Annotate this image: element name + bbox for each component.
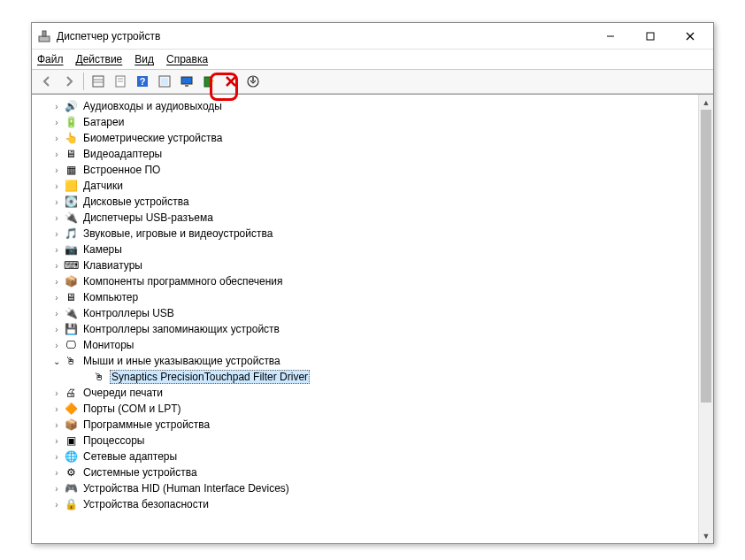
tree-node[interactable]: ›⌨Клавиатуры [32,257,698,273]
expand-icon[interactable]: › [50,402,64,416]
tree-node-label: Встроенное ПО [81,164,162,176]
device-tree[interactable]: ›🔊Аудиовходы и аудиовыходы›🔋Батареи›👆Био… [32,95,698,543]
tree-node-label: Диспетчеры USB-разъема [81,211,215,224]
expand-icon[interactable]: › [50,386,64,400]
tree-node[interactable]: ›⚙Системные устройства [32,464,698,480]
menu-action[interactable]: Действие [76,53,123,65]
tree-node[interactable]: ›🎵Звуковые, игровые и видеоустройства [32,226,698,242]
expand-icon[interactable]: › [50,99,64,113]
expand-icon[interactable]: › [50,322,64,336]
tree-node-label: Процессоры [81,434,147,447]
tree-node[interactable]: ›🔒Устройства безопасности [32,496,698,512]
tree-node[interactable]: ›🖨Очереди печати [32,385,698,401]
properties-button[interactable] [111,72,130,91]
scroll-thumb[interactable] [701,110,711,403]
expand-icon[interactable]: › [50,418,64,432]
expand-icon[interactable]: › [50,115,64,129]
keyboard-icon: ⌨ [64,258,78,272]
tree-node[interactable]: ⌄🖱Мыши и иные указывающие устройства [32,353,698,369]
tree-node[interactable]: ›🖵Мониторы [32,337,698,353]
menu-help[interactable]: Справка [166,53,208,65]
tree-node[interactable]: ›🔌Диспетчеры USB-разъема [32,210,698,226]
tree-node[interactable]: ›▣Процессоры [32,433,698,449]
tree-node-label: Компьютер [81,291,140,303]
tree-node[interactable]: ›👆Биометрические устройства [32,130,698,146]
tree-node-label: Аудиовходы и аудиовыходы [81,100,224,112]
expand-icon[interactable]: › [50,274,64,288]
minimize-button[interactable] [590,23,630,49]
tree-node[interactable]: ›🌐Сетевые адаптеры [32,449,698,464]
nav-back-button[interactable] [37,72,57,91]
tree-node[interactable]: ›▦Встроенное ПО [32,162,698,178]
expand-icon[interactable]: › [50,497,64,511]
svg-rect-1 [42,31,46,36]
tree-node[interactable]: ›📦Программные устройства [32,417,698,433]
tree-node[interactable]: ›🔌Контроллеры USB [32,305,698,321]
monitor-button[interactable] [177,72,196,91]
expand-icon[interactable]: › [50,226,64,241]
tree-node-label: Сетевые адаптеры [81,450,179,463]
nav-forward-button[interactable] [59,72,79,91]
maximize-button[interactable] [630,23,670,49]
usb-icon: 🔌 [64,211,78,225]
show-hide-tree-button[interactable] [88,72,108,91]
expand-icon[interactable]: › [50,163,64,177]
expand-icon[interactable]: › [50,131,64,145]
scroll-up-button[interactable]: ▲ [699,95,713,110]
tree-node[interactable]: ›💾Контроллеры запоминающих устройств [32,321,698,337]
tree-node[interactable]: ›🖥Компьютер [32,289,698,305]
collapse-icon[interactable]: ⌄ [50,354,64,368]
tree-node-label: Устройства безопасности [81,498,211,510]
vertical-scrollbar[interactable]: ▲ ▼ [698,95,713,543]
expand-icon[interactable]: › [50,433,64,448]
close-button[interactable] [670,23,710,49]
svg-rect-0 [39,36,50,42]
uninstall-device-button[interactable] [221,72,241,91]
expand-icon[interactable]: › [50,147,64,161]
expand-icon[interactable]: › [50,211,64,225]
monitor-icon: 🖵 [64,338,78,352]
tree-node[interactable]: ›🟨Датчики [32,178,698,194]
scroll-track[interactable] [699,110,713,528]
menu-view[interactable]: Вид [134,53,154,65]
help-button[interactable]: ? [133,72,152,91]
expand-icon[interactable]: › [50,338,64,352]
expand-icon[interactable]: › [50,290,64,304]
tree-node[interactable]: ›🎮Устройства HID (Human Interface Device… [32,480,698,496]
expand-icon[interactable]: › [50,465,64,479]
disable-device-button[interactable] [243,72,263,91]
hid-icon: 🎮 [64,481,78,495]
expand-icon[interactable]: › [50,449,64,464]
update-driver-button[interactable] [199,72,219,91]
tree-node[interactable]: ›🔊Аудиовходы и аудиовыходы [32,98,698,114]
tree-node[interactable]: ›🔶Порты (COM и LPT) [32,401,698,417]
expand-icon[interactable]: › [50,258,64,272]
svg-rect-3 [647,33,654,40]
scan-hardware-button[interactable] [155,72,174,91]
sw-icon: 📦 [64,418,78,432]
tree-node-label: Компоненты программного обеспечения [81,275,285,288]
tree-node[interactable]: ›🖥Видеоадаптеры [32,146,698,162]
svg-rect-6 [93,76,104,87]
tree-node[interactable]: ›📷Камеры [32,242,698,257]
menu-file[interactable]: Файл [37,53,64,65]
titlebar: Диспетчер устройств [32,23,713,50]
svg-rect-15 [161,78,168,85]
app-icon [37,29,51,43]
svg-rect-18 [204,77,211,87]
tree-leaf[interactable]: 🖱Synaptics PrecisionTouchpad Filter Driv… [32,369,698,385]
tree-node[interactable]: ›📦Компоненты программного обеспечения [32,273,698,289]
tree-node-label: Батареи [81,116,126,128]
tree-node[interactable]: ›💽Дисковые устройства [32,194,698,210]
expand-icon[interactable]: › [50,179,64,193]
expand-icon[interactable]: › [50,306,64,320]
tree-node-label: Биометрические устройства [81,132,224,144]
net-icon: 🌐 [64,449,78,464]
toolbar-separator [83,73,84,90]
tree-node-label: Программные устройства [81,418,211,431]
expand-icon[interactable]: › [50,195,64,209]
tree-node[interactable]: ›🔋Батареи [32,114,698,130]
expand-icon[interactable]: › [50,242,64,257]
scroll-down-button[interactable]: ▼ [699,528,713,543]
expand-icon[interactable]: › [50,481,64,495]
